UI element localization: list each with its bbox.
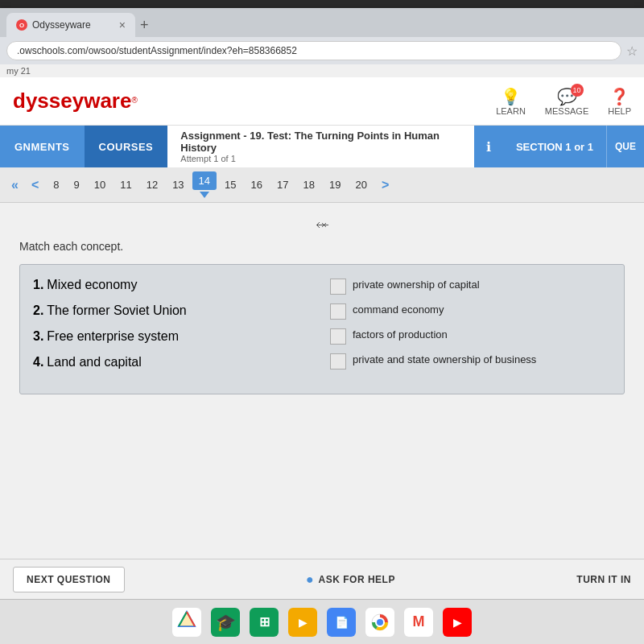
taskbar-chrome-icon[interactable] xyxy=(365,608,394,637)
cursor-area: ⬾ xyxy=(19,219,625,233)
gmail-icon: M xyxy=(413,613,425,630)
taskbar: 🎓 ⊞ ▶ 📄 M ▶ xyxy=(0,599,644,644)
option-2-checkbox[interactable] xyxy=(330,303,346,320)
option-3-checkbox[interactable] xyxy=(330,328,346,345)
q-num-16[interactable]: 16 xyxy=(245,175,269,194)
q-num-11[interactable]: 11 xyxy=(114,175,138,194)
item-1-text: Mixed economy xyxy=(47,278,137,292)
assignments-nav-item[interactable]: GNMENTS xyxy=(0,126,85,167)
q-num-17[interactable]: 17 xyxy=(270,175,295,194)
prev-question-btn[interactable]: < xyxy=(27,176,43,194)
help-label: HELP xyxy=(608,106,631,116)
item-4-number: 4. xyxy=(33,355,43,369)
item-3-text: Free enterprise system xyxy=(47,329,179,344)
question-numbers: 8 9 10 11 12 13 14 15 16 17 18 19 20 xyxy=(47,171,374,198)
help-circle-icon: ● xyxy=(306,572,314,587)
assignment-info: Assignment - 19. Test: The Turning Point… xyxy=(167,126,474,167)
logo-text: dysseyware xyxy=(13,89,131,113)
new-tab-button[interactable]: + xyxy=(140,17,149,34)
address-input[interactable] xyxy=(6,41,621,60)
match-left-column: 1. Mixed economy 2. The former Soviet Un… xyxy=(33,278,330,381)
taskbar-docs-icon[interactable]: 📄 xyxy=(327,608,356,637)
active-question-arrow xyxy=(200,192,209,198)
taskbar-slides-icon[interactable]: ▶ xyxy=(288,608,317,637)
tab-close-btn[interactable]: × xyxy=(119,19,126,31)
message-action[interactable]: 💬 10 MESSAGE xyxy=(545,87,588,116)
app-header: dysseyware® 💡 LEARN 💬 10 MESSAGE xyxy=(0,77,644,126)
taskbar-youtube-icon[interactable]: ▶ xyxy=(443,608,472,637)
slides-icon: ▶ xyxy=(299,616,308,629)
match-option-4: private and state ownership of business xyxy=(330,353,611,369)
chrome-icon xyxy=(370,613,390,632)
question-nav: « < 8 9 10 11 12 13 14 15 16 17 18 xyxy=(0,167,644,203)
option-1-checkbox[interactable] xyxy=(330,279,346,295)
browser-tab[interactable]: O Odysseyware × xyxy=(6,13,135,37)
match-item-4: 4. Land and capital xyxy=(33,355,314,369)
classroom-icon: 🎓 xyxy=(216,613,236,632)
svg-marker-1 xyxy=(179,612,195,626)
help-icon: ❓ xyxy=(609,87,630,106)
q-num-8[interactable]: 8 xyxy=(47,175,65,194)
q-num-20[interactable]: 20 xyxy=(349,175,373,194)
option-1-text: private ownership of capital xyxy=(353,278,480,292)
taskbar-drive-icon[interactable] xyxy=(172,608,201,637)
match-item-1: 1. Mixed economy xyxy=(33,278,314,292)
q-num-13[interactable]: 13 xyxy=(166,175,190,194)
help-action[interactable]: ❓ HELP xyxy=(608,87,631,116)
item-4-text: Land and capital xyxy=(47,355,141,369)
q-num-14-wrapper: 14 xyxy=(192,171,217,198)
docs-icon: 📄 xyxy=(335,616,349,629)
match-item-3: 3. Free enterprise system xyxy=(33,329,314,344)
learn-action[interactable]: 💡 LEARN xyxy=(496,87,526,116)
assignment-title: Assignment - 19. Test: The Turning Point… xyxy=(180,130,461,154)
q-num-14[interactable]: 14 xyxy=(192,171,217,190)
info-button[interactable]: ℹ xyxy=(474,126,503,167)
browser-window: O Odysseyware × + ☆ my 21 dysseyware® xyxy=(0,8,644,599)
courses-nav-item[interactable]: COURSES xyxy=(85,126,168,167)
taskbar-sheets-icon[interactable]: ⊞ xyxy=(250,608,279,637)
option-4-text: private and state ownership of business xyxy=(353,353,536,367)
sheets-icon: ⊞ xyxy=(259,614,270,630)
question-instructions: Match each concept. xyxy=(19,240,625,253)
first-question-btn[interactable]: « xyxy=(6,176,23,194)
item-1-number: 1. xyxy=(33,278,43,292)
match-option-1: private ownership of capital xyxy=(330,278,611,295)
page-wrapper: O Odysseyware × + ☆ my 21 dysseyware® xyxy=(0,0,644,644)
match-container: 1. Mixed economy 2. The former Soviet Un… xyxy=(19,264,625,394)
learn-icon: 💡 xyxy=(501,87,521,106)
q-num-12[interactable]: 12 xyxy=(140,175,164,194)
nav-bar: GNMENTS COURSES Assignment - 19. Test: T… xyxy=(0,126,644,167)
turn-it-in-label[interactable]: TURN IT IN xyxy=(576,574,631,585)
header-actions: 💡 LEARN 💬 10 MESSAGE ❓ HELP xyxy=(496,87,631,116)
q-num-19[interactable]: 19 xyxy=(323,175,347,194)
drive-icon xyxy=(177,610,196,634)
youtube-icon: ▶ xyxy=(453,616,462,629)
ask-for-help-label[interactable]: ASK FOR HELP xyxy=(319,574,395,585)
main-content: ⬾ Match each concept. 1. Mixed economy 2… xyxy=(0,203,644,559)
browser-tab-bar: O Odysseyware × + xyxy=(0,8,644,37)
breadcrumb: my 21 xyxy=(0,64,644,77)
next-question-button[interactable]: NEXT QUESTION xyxy=(13,567,125,592)
app-logo: dysseyware® xyxy=(13,89,138,114)
message-icon: 💬 10 xyxy=(557,87,577,106)
bookmark-icon[interactable]: ☆ xyxy=(626,43,638,59)
q-num-18[interactable]: 18 xyxy=(296,175,320,194)
q-num-10[interactable]: 10 xyxy=(88,175,112,194)
svg-point-5 xyxy=(377,619,383,625)
q-num-15[interactable]: 15 xyxy=(218,175,242,194)
taskbar-classroom-icon[interactable]: 🎓 xyxy=(211,608,240,637)
footer-bar: NEXT QUESTION ● ASK FOR HELP TURN IT IN xyxy=(0,559,644,599)
content-wrapper: O Odysseyware × + ☆ my 21 dysseyware® xyxy=(0,8,644,599)
match-item-2: 2. The former Soviet Union xyxy=(33,303,314,318)
option-3-text: factors of production xyxy=(353,328,448,342)
browser-address-bar: ☆ xyxy=(0,37,644,64)
section-label: SECTION 1 or 1 xyxy=(503,126,606,167)
q-num-9[interactable]: 9 xyxy=(67,175,85,194)
learn-label: LEARN xyxy=(496,106,526,116)
option-4-checkbox[interactable] xyxy=(330,353,346,369)
taskbar-gmail-icon[interactable]: M xyxy=(404,608,433,637)
match-content: 1. Mixed economy 2. The former Soviet Un… xyxy=(33,278,611,381)
que-text: QUE xyxy=(615,141,636,152)
logo-mark: ® xyxy=(131,96,137,105)
next-question-btn[interactable]: > xyxy=(377,176,394,194)
